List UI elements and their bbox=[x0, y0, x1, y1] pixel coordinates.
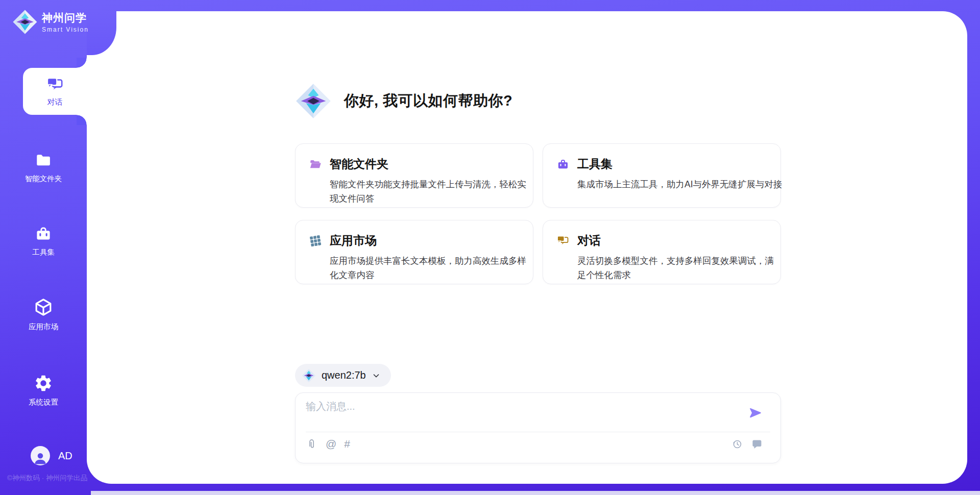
mention-icon[interactable]: @ bbox=[326, 438, 336, 450]
assistant-diamond-icon bbox=[295, 83, 332, 119]
sidebar-item-label: 应用市场 bbox=[29, 322, 58, 332]
sidebar-item-toolset[interactable]: 工具集 bbox=[0, 225, 87, 257]
tab-fillet-bottom bbox=[77, 115, 87, 125]
sidebar-item-label: 对话 bbox=[47, 97, 63, 107]
folder-icon bbox=[34, 151, 53, 169]
sidebar-item-smart-folder[interactable]: 智能文件夹 bbox=[0, 151, 87, 184]
model-name: qwen2:7b bbox=[322, 369, 366, 381]
sidebar-item-chat[interactable]: 对话 bbox=[23, 68, 87, 115]
briefcase-icon bbox=[34, 225, 53, 243]
sidebar-item-label: 工具集 bbox=[32, 247, 55, 257]
chat-icon bbox=[556, 234, 570, 247]
card-title: 工具集 bbox=[577, 156, 612, 172]
sidebar-item-label: 智能文件夹 bbox=[25, 174, 62, 184]
brand-tagline: Smart Vision bbox=[42, 26, 89, 33]
card-chat[interactable]: 对话 灵活切换多模型文件，支持多样回复效果调试，满足个性化需求 bbox=[543, 220, 781, 284]
brand-diamond-icon bbox=[12, 9, 38, 35]
card-title: 智能文件夹 bbox=[330, 156, 388, 172]
user-account[interactable]: AD bbox=[31, 446, 72, 465]
grid-icon bbox=[309, 234, 322, 247]
avatar bbox=[31, 446, 50, 465]
send-icon[interactable] bbox=[749, 406, 762, 419]
sidebar-item-label: 系统设置 bbox=[29, 398, 58, 407]
card-description: 集成市场上主流工具，助力AI与外界无缝扩展与对接 bbox=[577, 177, 782, 191]
card-description: 应用市场提供丰富长文本模板，助力高效生成多样化文章内容 bbox=[330, 254, 535, 282]
quick-phrase-icon[interactable] bbox=[751, 438, 763, 450]
hash-icon[interactable]: # bbox=[344, 438, 350, 450]
history-icon[interactable] bbox=[731, 438, 743, 450]
cube-icon bbox=[33, 297, 54, 317]
briefcase-icon bbox=[556, 158, 570, 171]
attachment-icon[interactable] bbox=[306, 438, 318, 450]
horizontal-scrollbar[interactable] bbox=[91, 491, 980, 495]
greeting: 你好, 我可以如何帮助你? bbox=[295, 83, 512, 119]
model-diamond-icon bbox=[302, 368, 316, 383]
chat-icon bbox=[46, 76, 64, 94]
card-app-market[interactable]: 应用市场 应用市场提供丰富长文本模板，助力高效生成多样化文章内容 bbox=[295, 220, 533, 284]
card-smart-folder[interactable]: 智能文件夹 智能文件夹功能支持批量文件上传与清洗，轻松实现文件问答 bbox=[295, 143, 533, 208]
greeting-text: 你好, 我可以如何帮助你? bbox=[344, 91, 512, 111]
model-selector[interactable]: qwen2:7b bbox=[295, 364, 391, 387]
card-description: 灵活切换多模型文件，支持多样回复效果调试，满足个性化需求 bbox=[577, 254, 782, 282]
brand-logo: 神州问学 Smart Vision bbox=[12, 9, 89, 35]
sidebar-item-settings[interactable]: 系统设置 bbox=[0, 374, 87, 407]
brand-name: 神州问学 bbox=[42, 11, 89, 25]
message-input[interactable] bbox=[306, 400, 745, 428]
card-description: 智能文件夹功能支持批量文件上传与清洗，轻松实现文件问答 bbox=[330, 177, 535, 206]
message-composer: @ # bbox=[295, 392, 781, 463]
copyright-text: ©神州数码 · 神州问学出品 bbox=[7, 474, 87, 483]
tab-fillet-top bbox=[77, 58, 87, 68]
composer-divider bbox=[306, 432, 770, 432]
feature-cards: 智能文件夹 智能文件夹功能支持批量文件上传与清洗，轻松实现文件问答 工具集 集成… bbox=[295, 143, 781, 284]
card-title: 应用市场 bbox=[330, 233, 377, 249]
user-initials: AD bbox=[58, 450, 72, 462]
app-window: 神州问学 Smart Vision 对话 智能文件夹 bbox=[0, 0, 980, 495]
chevron-down-icon bbox=[372, 371, 381, 380]
person-icon bbox=[33, 450, 48, 465]
card-title: 对话 bbox=[577, 233, 601, 249]
gear-icon bbox=[34, 374, 53, 393]
sidebar-item-app-market[interactable]: 应用市场 bbox=[0, 297, 87, 332]
folder-open-icon bbox=[309, 158, 322, 171]
card-toolset[interactable]: 工具集 集成市场上主流工具，助力AI与外界无缝扩展与对接 bbox=[543, 143, 781, 208]
